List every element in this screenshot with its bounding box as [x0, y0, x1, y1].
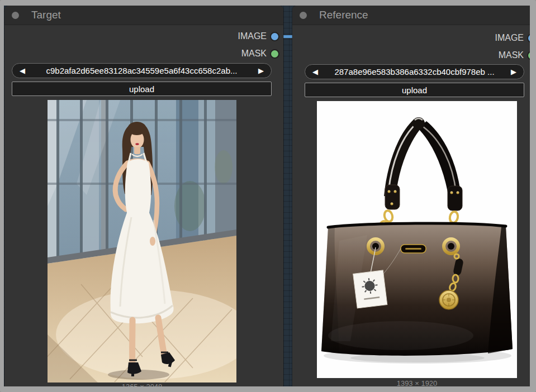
mask-output-dot[interactable] — [528, 52, 530, 59]
reference-title-bar[interactable]: Reference — [292, 6, 530, 25]
prev-arrow-icon[interactable]: ◀ — [12, 67, 32, 74]
reference-image-filename[interactable]: 287a8e96e583b386a6332cb40cbf978eb ... — [325, 67, 504, 77]
target-image-filename[interactable]: c9b2afa2d65ee83128ac34559e5a6f43cc658c2a… — [32, 66, 251, 75]
target-output-image: IMAGE — [238, 31, 278, 41]
reference-output-image: IMAGE — [495, 33, 530, 43]
target-title-bar[interactable]: Target — [4, 6, 283, 25]
collapse-dot-icon[interactable] — [12, 12, 19, 19]
target-image-dimensions: 1365 × 2048 — [48, 383, 236, 386]
mask-output-dot[interactable] — [271, 50, 278, 58]
image-output-dot[interactable] — [271, 33, 278, 40]
node-target: Target IMAGE MASK ◀ c9b2afa2d65ee83128ac… — [4, 6, 283, 386]
reference-image-output-label: IMAGE — [495, 33, 524, 43]
reference-image-preview — [317, 101, 517, 378]
target-output-mask: MASK — [241, 49, 278, 59]
target-node-title: Target — [31, 9, 61, 21]
target-image-combo[interactable]: ◀ c9b2afa2d65ee83128ac34559e5a6f43cc658c… — [12, 63, 272, 78]
reference-mask-output-label: MASK — [499, 50, 524, 60]
next-arrow-icon[interactable]: ▶ — [504, 68, 524, 75]
reference-output-mask: MASK — [499, 50, 530, 60]
target-image-output-label: IMAGE — [238, 31, 267, 41]
reference-upload-button[interactable]: upload — [305, 83, 524, 97]
reference-photo-illustration — [317, 101, 517, 378]
graph-canvas[interactable]: Target IMAGE MASK ◀ c9b2afa2d65ee83128ac… — [4, 6, 530, 386]
node-reference: Reference IMAGE MASK ◀ 287a8e96e583b386a… — [292, 6, 530, 386]
reference-image-combo[interactable]: ◀ 287a8e96e583b386a6332cb40cbf978eb ... … — [305, 64, 524, 79]
prev-arrow-icon[interactable]: ◀ — [305, 68, 325, 75]
reference-image-dimensions: 1393 × 1920 — [317, 379, 517, 386]
collapse-dot-icon[interactable] — [300, 12, 307, 19]
target-mask-output-label: MASK — [241, 49, 267, 59]
screenshot-frame: Target IMAGE MASK ◀ c9b2afa2d65ee83128ac… — [0, 0, 536, 392]
target-photo-illustration — [48, 100, 236, 383]
next-arrow-icon[interactable]: ▶ — [251, 67, 271, 74]
image-output-dot[interactable] — [528, 35, 530, 42]
target-upload-button[interactable]: upload — [12, 82, 272, 96]
target-image-preview — [48, 100, 236, 383]
reference-node-title: Reference — [319, 9, 368, 21]
